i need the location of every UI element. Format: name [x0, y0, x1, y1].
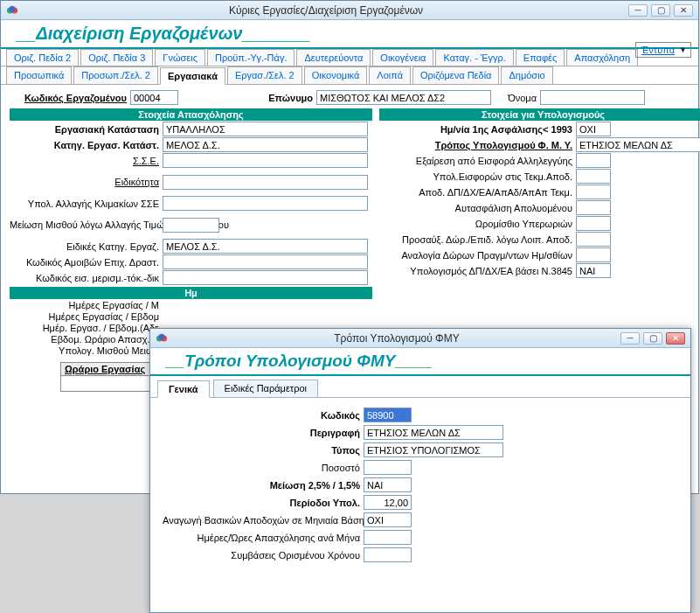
dialog-title: Τρόποι Υπολογισμού ΦΜΥ — [173, 332, 620, 345]
label-2: Σ.Σ.Ε. — [10, 156, 163, 166]
left-input-2[interactable] — [163, 153, 368, 168]
tab-οριζ-πεδ-α-2[interactable]: Οριζ. Πεδία 2 — [6, 49, 79, 66]
right-label-6: Ωρομίσθιο Υπερωριών — [379, 219, 576, 229]
dlg-label-4: Μείωση 2,5% / 1,5% — [163, 480, 364, 491]
dialog-close-button[interactable]: ✕ — [666, 332, 685, 345]
tab-καταγ-γγρ-[interactable]: Καταγ. - Έγγρ. — [435, 49, 513, 66]
tab-λοιπ-[interactable]: Λοιπά — [369, 66, 411, 84]
left-input-0[interactable] — [163, 122, 368, 136]
dlg-label-7: Ημέρες/Ώρες Απασχόλησης ανά Μήνα — [163, 533, 364, 543]
tab-οριζ-πεδ-α-3[interactable]: Οριζ. Πεδία 3 — [80, 49, 153, 66]
employee-code-input[interactable] — [130, 90, 178, 105]
dlg-input-7[interactable] — [364, 530, 412, 545]
dialog-heading: __Τρόποι Υπολογισμού ΦΜΥ____ — [150, 348, 690, 376]
main-titlebar: Κύριες Εργασίες/Διαχείριση Εργαζομένων ─… — [1, 1, 698, 20]
dlg-input-5[interactable] — [364, 495, 412, 510]
dlg-label-5: Περίοδοι Υπολ. — [163, 498, 364, 508]
surname-input[interactable] — [316, 90, 491, 105]
tab-ειδικ-ς-παρ-μετροι[interactable]: Ειδικές Παράμετροι — [213, 380, 318, 397]
left-sub-label-4: Υπολογ. Μισθού Μειωμ — [10, 345, 163, 356]
tab-προσωπ-σελ-2[interactable]: Προσωπ./Σελ. 2 — [73, 66, 158, 84]
tab-δημ-σιο[interactable]: Δημόσιο — [501, 66, 552, 84]
dlg-input-8[interactable] — [364, 547, 412, 562]
dialog-app-icon — [156, 332, 168, 345]
right-label-5: Αυτασφάλιση Απολυομένου — [379, 203, 576, 213]
surname-label: Επώνυμο — [266, 93, 316, 103]
dlg-input-3[interactable] — [364, 460, 412, 475]
left-input-8[interactable] — [163, 270, 368, 285]
tab-προ-π-υγ-π-γ-[interactable]: Προϋπ.-Υγ.-Πάγ. — [207, 49, 295, 66]
tab-γενικ-[interactable]: Γενικά — [157, 380, 210, 398]
dlg-label-6: Αναγωγή Βασικών Αποδοχών σε Μηνιαία Βάση — [163, 515, 364, 526]
dlg-input-1[interactable] — [364, 425, 503, 440]
tab-δευτερε-οντα[interactable]: Δευτερεύοντα — [296, 49, 371, 66]
tab-απασχ-ληση[interactable]: Απασχόληση — [566, 49, 638, 66]
dlg-input-2[interactable] — [364, 442, 503, 457]
app-icon — [6, 4, 18, 17]
tab-επαφ-ς[interactable]: Επαφές — [516, 49, 565, 66]
left-input-3[interactable] — [163, 175, 368, 190]
label-6: Ειδικές Κατηγ. Εργαζ. — [10, 241, 163, 252]
right-label-7: Προσαύξ. Δώρ./Επιδ. λόγω Λοιπ. Αποδ. — [379, 234, 576, 245]
left-input-1[interactable] — [163, 137, 368, 152]
right-label-1: Τρόπος Υπολογισμού Φ. Μ. Υ. — [379, 140, 576, 150]
right-input-5[interactable] — [576, 200, 611, 215]
right-input-0[interactable] — [576, 122, 611, 136]
tab-γν-σεις[interactable]: Γνώσεις — [155, 49, 205, 66]
label-5: Μείωση Μισθού λόγω Αλλαγής Τιμών ΣΣΕ/Ωρα… — [10, 219, 163, 230]
dlg-input-4[interactable] — [364, 477, 412, 492]
close-button[interactable]: ✕ — [674, 4, 693, 17]
right-label-4: Αποδ. ΔΠ/ΔΧ/ΕΑ/ΑπΑδ/ΑπΑπ Τεκμ. — [379, 187, 576, 198]
dlg-input-0[interactable] — [364, 408, 412, 422]
left-input-5[interactable] — [163, 218, 219, 233]
dialog-fmy-window: Τρόποι Υπολογισμού ΦΜΥ ─ ▢ ✕ __Τρόποι Υπ… — [149, 328, 691, 613]
label-7: Κωδικός Αμοιβών Επιχ. Δραστ. — [10, 257, 163, 268]
right-label-3: Υπολ.Εισφορών στις Τεκμ.Αποδ. — [379, 171, 576, 182]
right-label-9: Υπολογισμός ΔΠ/ΔΧ/ΕΑ βάσει Ν.3845 — [379, 266, 576, 276]
label-3: Ειδικότητα — [10, 177, 163, 187]
right-label-8: Αναλογία Δώρων Πραγμ/ντων Ημ/σθίων — [379, 250, 576, 261]
dialog-tabs: ΓενικάΕιδικές Παράμετροι — [150, 376, 690, 398]
dlg-label-2: Τύπος — [163, 445, 364, 456]
section-employment-details: Στοιχεία Απασχόλησης — [10, 108, 372, 121]
right-input-7[interactable] — [576, 232, 611, 247]
right-label-0: Ημ/νία 1ης Ασφάλισης< 1993 — [379, 124, 576, 135]
right-input-3[interactable] — [576, 169, 611, 184]
name-input[interactable] — [540, 90, 645, 105]
maximize-button[interactable]: ▢ — [651, 4, 670, 17]
right-input-9[interactable] — [576, 263, 611, 278]
svg-point-5 — [159, 333, 165, 339]
right-input-8[interactable] — [576, 247, 611, 262]
dialog-titlebar: Τρόποι Υπολογισμού ΦΜΥ ─ ▢ ✕ — [150, 329, 690, 348]
minimize-button[interactable]: ─ — [628, 4, 648, 17]
left-sub-label-1: Ημέρες Εργασίας / Εβδομ — [10, 311, 163, 322]
tabs-row-2: ΠροσωπικάΠροσωπ./Σελ. 2ΕργασιακάΕργασ./Σ… — [1, 66, 698, 85]
tab-οικογ-νεια[interactable]: Οικογένεια — [372, 49, 433, 66]
left-sub-label-2: Ημέρ. Εργασ. / Εβδομ.(Αδε — [10, 323, 163, 333]
dialog-minimize-button[interactable]: ─ — [620, 332, 640, 345]
right-input-2[interactable] — [576, 153, 611, 168]
right-input-4[interactable] — [576, 185, 611, 199]
tab-οικονομικ-[interactable]: Οικονομικά — [304, 66, 368, 84]
right-input-1[interactable] — [576, 137, 700, 152]
prints-dropdown[interactable]: Έντυπα — [635, 42, 691, 58]
tab-οριζ-μενα-πεδ-α[interactable]: Οριζόμενα Πεδία — [412, 66, 499, 84]
tab-εργασιακ-[interactable]: Εργασιακά — [160, 67, 225, 85]
left-sub-label-0: Ημέρες Εργασίας / Μ — [10, 300, 163, 310]
page-heading: __Διαχείριση Εργαζομένων_______ — [1, 20, 698, 49]
name-label: Όνομα — [491, 93, 540, 103]
label-1: Κατηγ. Εργασ. Κατάστ. — [10, 140, 163, 150]
right-input-6[interactable] — [576, 216, 611, 231]
tab-εργασ-σελ-2[interactable]: Εργασ./Σελ. 2 — [227, 66, 302, 84]
right-label-2: Εξαίρεση από Εισφορά Αλληλεγγύης — [379, 156, 576, 166]
dlg-label-3: Ποσοστό — [163, 463, 364, 473]
tab-προσωπικ-[interactable]: Προσωπικά — [6, 66, 72, 84]
label-8: Κωδικός εισ. μερισμ.-τόκ.-δικ — [10, 273, 163, 283]
left-input-7[interactable] — [163, 254, 368, 269]
dlg-label-1: Περιγραφή — [163, 428, 364, 438]
dialog-maximize-button[interactable]: ▢ — [643, 332, 662, 345]
dlg-input-6[interactable] — [364, 512, 412, 527]
left-input-6[interactable] — [163, 239, 368, 254]
label-4: Υπολ. Αλλαγής Κλιμακίων ΣΣΕ — [10, 199, 163, 209]
left-input-4[interactable] — [163, 196, 368, 211]
